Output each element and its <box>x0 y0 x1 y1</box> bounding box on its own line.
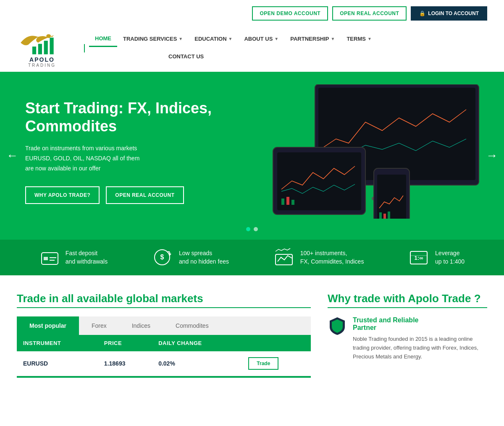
open-demo-button[interactable]: OPEN DEMO ACCOUNT <box>252 6 328 21</box>
main-content: Trade in all available global markets Mo… <box>0 275 504 386</box>
hero-buttons: WHY APOLO TRADE? OPEN REAL ACCOUNT <box>25 186 218 204</box>
features-bar: Fast depositand withdrawals $ Low spread… <box>0 240 504 275</box>
feature-instruments: 100+ instruments,FX, Commidites, Indices <box>274 248 364 267</box>
table-header: INSTRUMENT PRICE DAILY CHANGE <box>17 335 311 351</box>
svg-rect-1 <box>38 44 42 54</box>
svg-point-4 <box>46 34 51 38</box>
leverage-icon: 1:∞ <box>409 248 430 267</box>
trading-devices-svg <box>260 84 487 219</box>
hero-dots <box>246 227 258 231</box>
instrument-name: EURUSD <box>17 351 98 376</box>
contact-nav: CONTACT US <box>89 47 378 66</box>
trusted-content: Trusted and ReliablePartner Noble Tradin… <box>353 316 487 361</box>
markets-divider <box>17 307 311 308</box>
trusted-block: Trusted and ReliablePartner Noble Tradin… <box>328 316 487 361</box>
nav-home[interactable]: HOME <box>89 31 117 47</box>
open-real-account-button[interactable]: OPEN REAL ACCOUNT <box>332 6 407 21</box>
svg-rect-16 <box>281 199 284 205</box>
hero-description: Trade on instruments from various market… <box>25 144 218 173</box>
svg-rect-3 <box>50 38 53 55</box>
market-tabs: Most popular Forex Indices Commodites <box>17 316 311 335</box>
feature-instruments-text: 100+ instruments,FX, Commidites, Indices <box>300 249 364 266</box>
col-action <box>242 335 311 351</box>
hero-section: ← Start Trading: FX, Indices, Commodites… <box>0 72 504 240</box>
instrument-price: 1.18693 <box>98 351 152 376</box>
feature-leverage-text: Leverageup to 1:400 <box>435 249 465 266</box>
nav-terms[interactable]: TERMS ▼ <box>341 31 377 46</box>
tab-indices[interactable]: Indices <box>119 316 163 335</box>
hero-open-real-account-button[interactable]: OPEN REAL ACCOUNT <box>106 186 184 204</box>
svg-rect-0 <box>32 47 36 54</box>
login-button[interactable]: 🔒 LOGIN TO ACCOUNT <box>411 6 487 21</box>
trusted-text: Noble Trading founded in 2015 is a leadi… <box>353 335 487 361</box>
table-row: EURUSD 1.18693 0.02% Trade <box>17 351 311 376</box>
why-divider <box>328 307 487 308</box>
nav-about-us[interactable]: ABOUT US ▼ <box>238 31 284 46</box>
dot-2[interactable] <box>254 227 258 231</box>
instrument-change: 0.02% <box>152 351 242 376</box>
logo-subtext: TRADING <box>28 63 56 68</box>
svg-rect-20 <box>377 175 406 219</box>
trade-button[interactable]: Trade <box>248 357 278 370</box>
svg-rect-15 <box>277 152 361 210</box>
nav-education[interactable]: EDUCATION ▼ <box>189 31 238 46</box>
feature-spreads: $ Low spreadsand no hidden fees <box>153 248 229 267</box>
chevron-down-icon: ▼ <box>368 37 372 41</box>
markets-title: Trade in all available global markets <box>17 292 311 305</box>
nav-trading-services[interactable]: TRADING SERVICES ▼ <box>117 31 189 46</box>
logo-text: APOLO <box>29 56 55 63</box>
devices-image <box>260 84 479 220</box>
instruments-icon <box>274 248 295 267</box>
hero-title: Start Trading: FX, Indices, Commodites <box>25 99 218 135</box>
dot-1[interactable] <box>246 227 250 231</box>
nav-divider <box>84 44 85 52</box>
header-top-buttons: OPEN DEMO ACCOUNT OPEN REAL ACCOUNT 🔒 LO… <box>17 0 487 25</box>
col-daily-change: DAILY CHANGE <box>152 335 242 351</box>
spreads-icon: $ <box>153 248 174 267</box>
feature-spreads-text: Low spreadsand no hidden fees <box>179 249 229 266</box>
svg-rect-21 <box>379 212 382 219</box>
chevron-down-icon: ▼ <box>331 37 335 41</box>
col-price: PRICE <box>98 335 152 351</box>
hero-content: Start Trading: FX, Indices, Commodites T… <box>25 99 218 204</box>
why-title: Why trade with Apolo Trade ? <box>328 292 487 305</box>
logo: APOLO TRADING <box>17 29 67 68</box>
main-nav: HOME TRADING SERVICES ▼ EDUCATION ▼ ABOU… <box>89 31 378 66</box>
why-apolo-button[interactable]: WHY APOLO TRADE? <box>25 186 100 204</box>
svg-text:$: $ <box>160 254 164 261</box>
feature-deposit: Fast depositand withdrawals <box>39 248 108 267</box>
col-instrument: INSTRUMENT <box>17 335 98 351</box>
chevron-down-icon: ▼ <box>228 37 233 41</box>
table-bottom-divider <box>17 376 311 378</box>
nav-contact-us[interactable]: CONTACT US <box>163 49 210 64</box>
feature-deposit-text: Fast depositand withdrawals <box>66 249 108 266</box>
logo-svg <box>17 29 67 58</box>
chevron-down-icon: ▼ <box>178 37 183 41</box>
trusted-heading: Trusted and ReliablePartner <box>353 316 487 332</box>
markets-section: Trade in all available global markets Mo… <box>17 292 311 378</box>
header-nav: APOLO TRADING HOME TRADING SERVICES ▼ ED… <box>17 25 487 72</box>
svg-rect-22 <box>383 214 386 219</box>
nav-partnership[interactable]: PARTNERSHIP ▼ <box>284 31 341 46</box>
hero-next-arrow[interactable]: → <box>486 149 498 162</box>
market-table: INSTRUMENT PRICE DAILY CHANGE EURUSD 1.1… <box>17 335 311 376</box>
tab-commodites[interactable]: Commodites <box>163 316 221 335</box>
tab-most-popular[interactable]: Most popular <box>17 316 79 335</box>
feature-leverage: 1:∞ Leverageup to 1:400 <box>409 248 465 267</box>
svg-rect-17 <box>286 197 289 205</box>
chevron-down-icon: ▼ <box>274 37 278 41</box>
svg-marker-5 <box>51 35 54 37</box>
lock-icon: 🔒 <box>419 10 425 16</box>
table-body: EURUSD 1.18693 0.02% Trade <box>17 351 311 376</box>
why-section: Why trade with Apolo Trade ? Trusted and… <box>328 292 487 378</box>
svg-rect-23 <box>388 212 390 219</box>
svg-rect-27 <box>44 257 48 260</box>
hero-prev-arrow[interactable]: ← <box>6 149 18 162</box>
header: OPEN DEMO ACCOUNT OPEN REAL ACCOUNT 🔒 LO… <box>0 0 504 72</box>
svg-rect-18 <box>291 200 294 205</box>
deposit-icon <box>39 248 60 267</box>
shield-icon <box>328 316 346 335</box>
tab-forex[interactable]: Forex <box>79 316 119 335</box>
svg-rect-2 <box>44 41 48 54</box>
